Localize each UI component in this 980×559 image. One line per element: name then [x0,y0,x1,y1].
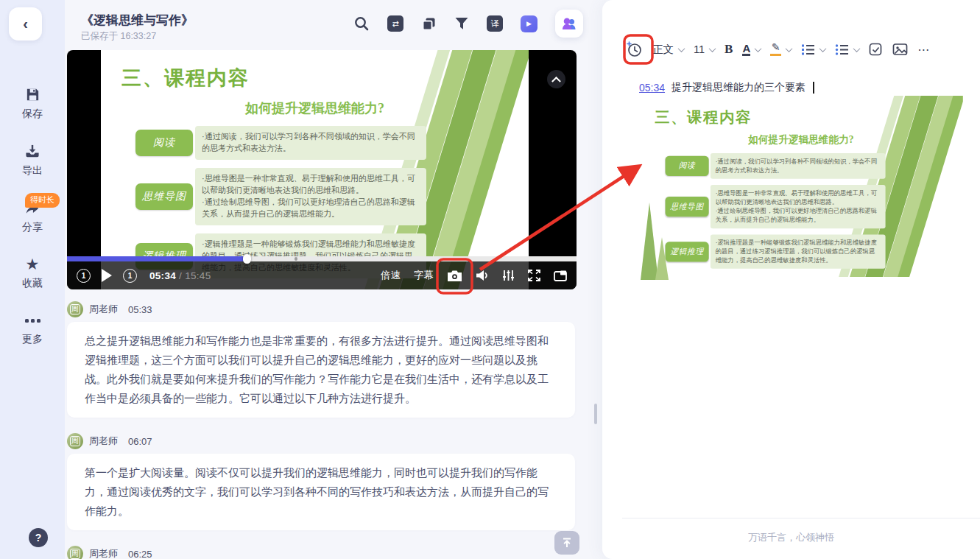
video-player[interactable]: 三、课程内容 如何提升逻辑思维能力? 阅读 ·通过阅读，我们可以学习到各种不同领… [67,50,577,289]
slide-chip: 阅读 [135,130,193,156]
font-color-button[interactable]: A [742,43,761,56]
font-size-value: 11 [694,43,705,55]
speed-button[interactable]: 倍速 [381,269,401,282]
screenshot-button[interactable] [447,270,462,282]
chevron-down-icon [853,45,861,52]
ordered-list-icon [801,43,815,56]
avatar: 周 [67,546,83,559]
sidebar-item-save[interactable]: 保存 [0,87,65,121]
speed-1-icon[interactable]: 1 [123,269,137,283]
doc-translate-button[interactable]: ⇄ [387,15,403,32]
transcript-block: 周 周老师 05:33 总之提升逻辑思维能力和写作能力也是非常重要的，有很多方法… [67,301,575,418]
sidebar-item-favorite[interactable]: ★ 收藏 [0,257,65,290]
scrollbar[interactable] [594,404,597,424]
sidebar-item-export[interactable]: 导出 [0,144,65,177]
sidebar-item-share[interactable]: 分享 得时长 [0,200,65,234]
help-button[interactable]: ? [29,528,48,547]
more-icon [25,313,40,328]
speaker-name: 周老师 [89,547,118,559]
ordered-list-button[interactable] [801,43,825,56]
insert-image-button[interactable] [892,43,908,56]
checkbox-button[interactable] [869,43,883,57]
chevron-down-icon [755,45,762,52]
notes-panel: 正文 11 B A ✎ [602,0,980,559]
player-controls: 1 1 05:34 / 15:45 倍速 字幕 [67,256,577,289]
back-chevron-icon: ‹ [23,15,28,32]
sidebar-menu: 保存 导出 分享 得时长 ★ 收藏 更多 [0,87,65,346]
subtitle-button[interactable]: 字幕 [414,269,434,282]
transcript-card[interactable]: 总之提升逻辑思维能力和写作能力也是非常重要的，有很多方法进行提升。通过阅读思维导… [67,322,575,418]
translate-icon: 译 [491,18,499,29]
arrow-up-icon [562,538,572,548]
doc-switch-icon: ⇄ [392,19,398,29]
pip-icon [554,270,567,281]
filter-button[interactable] [454,16,469,31]
more-tools-button[interactable]: ⋯ [917,43,931,57]
highlighter-icon: ✎ [770,43,781,56]
slide-text: ·逻辑推理题是一种能够锻炼我们逻辑思维能力和思维敏捷度的题目，通过练习逻辑推理题… [711,234,886,269]
style-name: 正文 [652,43,674,57]
camera-icon [447,270,462,282]
insert-timestamp-button[interactable] [625,41,643,58]
left-sidebar: ‹ 保存 导出 分享 得时长 [0,0,65,559]
font-color-icon: A [742,43,750,56]
paragraph-style-select[interactable]: 正文 [652,43,684,57]
segment-time[interactable]: 06:25 [128,549,152,559]
pip-button[interactable] [554,270,567,281]
highlight-button[interactable]: ✎ [770,43,792,56]
search-button[interactable] [353,15,370,32]
transcript-header: 周 周老师 06:07 [67,433,575,449]
note-text: 提升逻辑思维能力的三个要素 [671,81,805,94]
sidebar-item-more[interactable]: 更多 [0,313,65,346]
font-size-select[interactable]: 11 [694,43,715,55]
volume-button[interactable] [476,270,489,281]
editor-toolbar: 正文 11 B A ✎ [625,35,931,63]
transcript-header: 周 周老师 05:33 [67,301,575,317]
slide-text: ·思维导图是一种非常直观、易于理解和使用的思维工具，可以帮助我们更清晰地表达我们… [711,185,886,228]
main-panel: 《逻辑思维与写作》 已保存于 16:33:27 ⇄ 译 ▶ [65,0,602,559]
speaker-diarization-button[interactable] [555,10,583,38]
saved-status: 已保存于 16:33:27 [81,30,156,43]
bold-icon: B [725,42,733,57]
play-icon: ▶ [526,20,532,27]
slide-rows: 阅读 ·通过阅读，我们可以学习到各种不同领域的知识，学会不同的思考方式和表达方法… [666,153,889,269]
bold-button[interactable]: B [725,42,733,57]
progress-knob[interactable] [243,254,251,264]
time-display: 05:34 / 15:45 [149,270,211,281]
control-right-group: 倍速 字幕 [381,269,567,282]
copy-button[interactable] [421,16,437,32]
page-title: 《逻辑思维与写作》 [81,12,194,29]
equalizer-button[interactable] [502,270,515,281]
progress-fill [67,256,247,261]
note-timestamp-link[interactable]: 05:34 [639,82,665,94]
segment-time[interactable]: 06:07 [128,436,152,447]
duration-reward-badge: 得时长 [25,193,60,208]
sidebar-item-label: 保存 [22,108,43,121]
transcript-header: 周 周老师 06:25 [67,546,575,559]
progress-bar[interactable] [67,256,577,261]
scroll-to-top-button[interactable] [554,531,579,555]
video-mode-button[interactable]: ▶ [521,15,537,32]
back-button[interactable]: ‹ [9,7,42,41]
translate-button[interactable]: 译 [487,15,503,32]
footer-slogan: 万语千言，心领神悟 [602,531,980,544]
fullscreen-button[interactable] [528,270,540,281]
play-icon [102,269,112,282]
text-cursor [813,82,814,94]
loop-badge: 1 [82,272,86,280]
chevron-down-icon [709,45,716,52]
bullet-list-button[interactable] [835,43,859,56]
transcript-block: 周 周老师 06:25 [67,546,575,559]
collapse-video-button[interactable] [547,70,565,88]
loop-badge: 1 [128,272,133,280]
slide-text: ·通过阅读，我们可以学习到各种不同领域的知识，学会不同的思考方式和表达方法。 [711,153,886,179]
play-button[interactable] [102,269,112,282]
inserted-screenshot[interactable]: 三、课程内容 如何提升逻辑思维能力? 阅读 ·通过阅读，我们可以学习到各种不同领… [639,96,963,280]
transcript-card[interactable]: 第一个是扩大阅读量。阅读不仅可以提升我们的逻辑思维能力，同时也可以提升我们的写作… [67,454,575,530]
ellipsis-icon: ⋯ [917,43,931,57]
replay-1-icon[interactable]: 1 [77,269,91,283]
note-line[interactable]: 05:34 提升逻辑思维能力的三个要素 [639,81,814,94]
fullscreen-icon [528,270,540,281]
segment-time[interactable]: 05:33 [128,304,152,315]
chevron-down-icon [678,45,685,52]
